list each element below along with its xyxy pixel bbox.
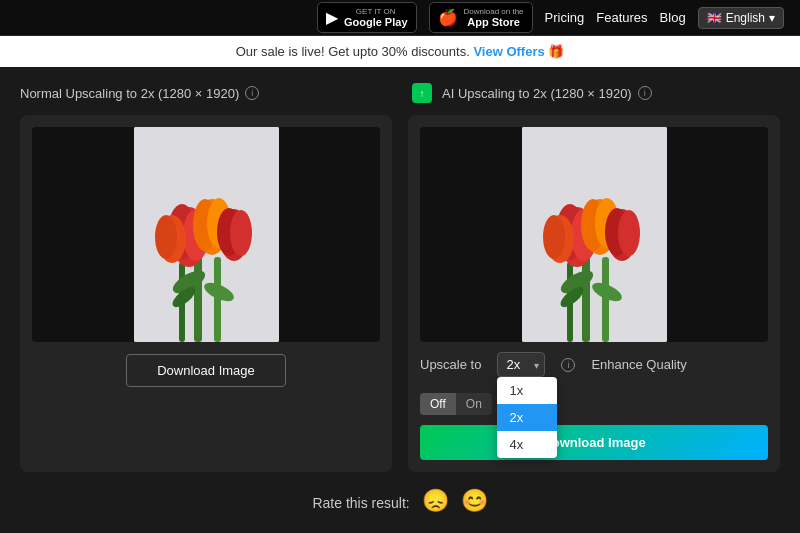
svg-point-15 xyxy=(230,210,252,256)
left-panel-title: Normal Upscaling to 2x (1280 × 1920) i xyxy=(20,86,388,101)
ai-icon: ↑ xyxy=(412,83,432,103)
left-info-icon[interactable]: i xyxy=(245,86,259,100)
app-store-label: App Store xyxy=(464,16,524,28)
promo-emoji: 🎁 xyxy=(548,44,564,59)
header: ▶ GET IT ON Google Play 🍎 Download on th… xyxy=(0,0,800,36)
enhance-label: Enhance Quality xyxy=(591,357,686,372)
enhance-toggle[interactable]: Off On xyxy=(420,393,492,415)
svg-point-17 xyxy=(155,215,177,259)
svg-point-35 xyxy=(543,215,565,259)
left-download-button[interactable]: Download Image xyxy=(126,354,286,387)
right-tulip-image xyxy=(522,127,667,342)
view-offers-link2[interactable]: View Offers xyxy=(473,44,544,59)
rate-happy-emoji[interactable]: 😊 xyxy=(461,488,488,514)
rate-emojis: 😞 😊 xyxy=(422,488,488,514)
app-store-button[interactable]: 🍎 Download on the App Store xyxy=(429,2,533,33)
language-label: English xyxy=(726,11,765,25)
rate-sad-emoji[interactable]: 😞 xyxy=(422,488,449,514)
rate-label: Rate this result: xyxy=(312,495,409,511)
features-link[interactable]: Features xyxy=(596,10,647,25)
apple-icon: 🍎 xyxy=(438,8,458,27)
right-panel: Upscale to 1x 2x 4x ▾ 1x 2x 4x i xyxy=(408,115,780,472)
language-button[interactable]: 🇬🇧 English ▾ xyxy=(698,7,784,29)
right-panel-title: ↑ AI Upscaling to 2x (1280 × 1920) i xyxy=(412,83,780,103)
toggle-off-button[interactable]: Off xyxy=(420,393,456,415)
google-play-button[interactable]: ▶ GET IT ON Google Play xyxy=(317,2,417,33)
svg-point-33 xyxy=(618,210,640,256)
upscale-info-icon[interactable]: i xyxy=(561,358,575,372)
google-play-label: Google Play xyxy=(344,16,408,28)
apple-sublabel: Download on the xyxy=(464,7,524,16)
pricing-link[interactable]: Pricing xyxy=(545,10,585,25)
flag-icon: 🇬🇧 xyxy=(707,11,722,25)
google-play-icon: ▶ xyxy=(326,8,338,27)
promo-text: Our sale is live! Get upto 30% discounts… xyxy=(236,44,470,59)
right-download-button[interactable]: Download Image xyxy=(420,425,768,460)
option-4x[interactable]: 4x xyxy=(497,431,557,458)
controls-row: Upscale to 1x 2x 4x ▾ 1x 2x 4x i xyxy=(420,352,768,415)
left-tulip-image xyxy=(134,127,279,342)
promo-bar: Our sale is live! Get upto 30% discounts… xyxy=(0,36,800,67)
right-info-icon[interactable]: i xyxy=(638,86,652,100)
upscale-dropdown: 1x 2x 4x xyxy=(497,377,557,458)
google-play-sublabel: GET IT ON xyxy=(344,7,408,16)
rate-section: Rate this result: 😞 😊 xyxy=(0,472,800,530)
toggle-on-button[interactable]: On xyxy=(456,393,492,415)
upscale-select-wrapper[interactable]: 1x 2x 4x ▾ 1x 2x 4x xyxy=(497,352,545,377)
left-image-container xyxy=(32,127,380,342)
upscale-label: Upscale to xyxy=(420,357,481,372)
left-panel: Download Image xyxy=(20,115,392,472)
right-image-container xyxy=(420,127,768,342)
blog-link[interactable]: Blog xyxy=(660,10,686,25)
option-2x[interactable]: 2x xyxy=(497,404,557,431)
upscale-select[interactable]: 1x 2x 4x xyxy=(497,352,545,377)
option-1x[interactable]: 1x xyxy=(497,377,557,404)
chevron-down-icon: ▾ xyxy=(769,11,775,25)
